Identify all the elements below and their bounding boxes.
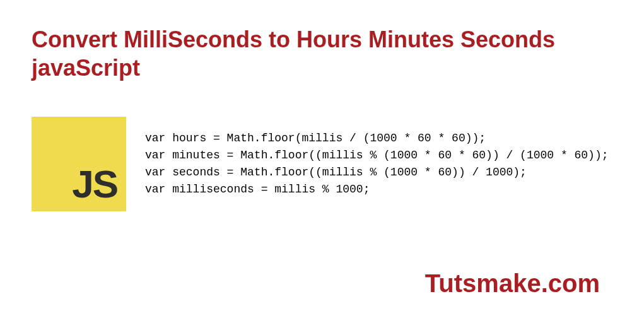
code-line: var milliseconds = millis % 1000;	[145, 183, 370, 196]
content-row: JS var hours = Math.floor(millis / (1000…	[32, 117, 612, 211]
js-logo-text: JS	[72, 162, 117, 206]
site-name: Tutsmake.com	[425, 269, 600, 298]
code-block: var hours = Math.floor(millis / (1000 * …	[145, 130, 609, 198]
code-line: var seconds = Math.floor((millis % (1000…	[145, 166, 527, 179]
code-line: var minutes = Math.floor((millis % (1000…	[145, 149, 609, 162]
js-logo: JS	[32, 117, 126, 211]
page-title: Convert MilliSeconds to Hours Minutes Se…	[32, 25, 612, 82]
code-line: var hours = Math.floor(millis / (1000 * …	[145, 132, 486, 144]
